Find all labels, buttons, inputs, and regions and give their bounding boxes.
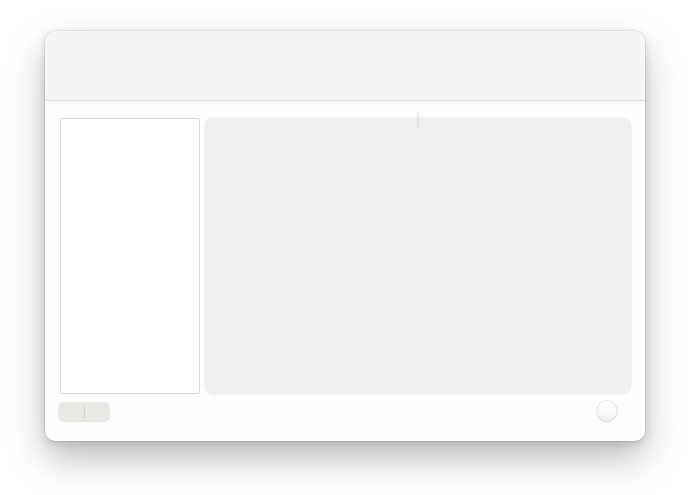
remove-account-button[interactable]: [85, 403, 110, 421]
add-account-button[interactable]: [59, 403, 84, 421]
accounts-sidebar[interactable]: [60, 118, 200, 394]
help-button[interactable]: [597, 401, 617, 421]
preferences-toolbar: [45, 56, 645, 57]
mailbox-behaviors-form: [205, 118, 631, 394]
accounts-preferences-window: [45, 31, 645, 441]
account-detail-panel: [205, 118, 631, 394]
titlebar[interactable]: [45, 31, 645, 56]
window-header: [45, 31, 645, 101]
add-remove-control: [59, 403, 109, 421]
